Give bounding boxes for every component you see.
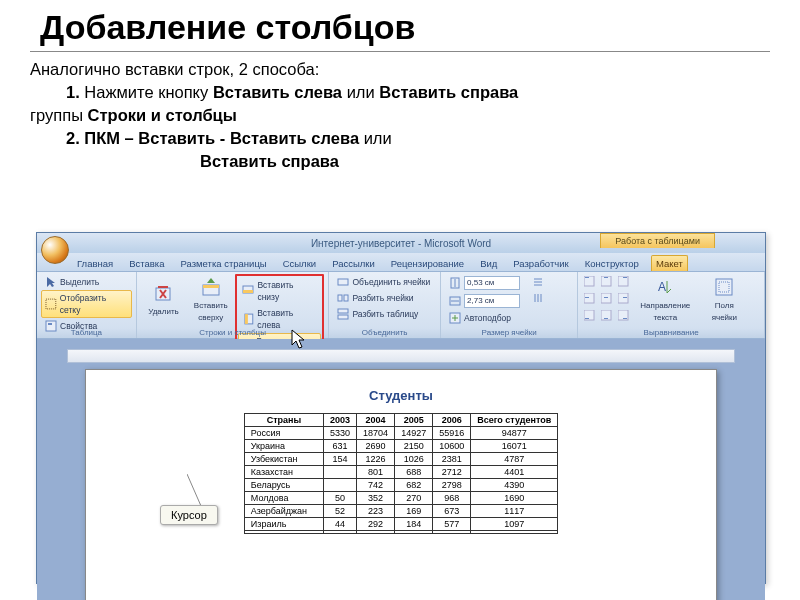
- table-cell[interactable]: 682: [395, 479, 433, 492]
- align-ml-icon[interactable]: [582, 291, 598, 307]
- table-cell[interactable]: 577: [433, 518, 471, 531]
- table-cell[interactable]: Узбекистан: [244, 453, 323, 466]
- table-cell[interactable]: 4401: [471, 466, 558, 479]
- table-cell[interactable]: 16071: [471, 440, 558, 453]
- table-cell[interactable]: 801: [357, 466, 395, 479]
- height-value[interactable]: 0,53 см: [464, 276, 520, 290]
- table-cell[interactable]: [324, 479, 357, 492]
- table-cell[interactable]: 1690: [471, 492, 558, 505]
- tab-insert[interactable]: Вставка: [125, 256, 168, 271]
- merge-cells-button[interactable]: Объединить ячейки: [333, 274, 434, 290]
- tab-mail[interactable]: Рассылки: [328, 256, 379, 271]
- table-cell[interactable]: 352: [357, 492, 395, 505]
- table-cell[interactable]: 14927: [395, 427, 433, 440]
- table-cell[interactable]: 18704: [357, 427, 395, 440]
- table-row[interactable]: Израиль442921845771097: [244, 518, 557, 531]
- table-cell[interactable]: 2798: [433, 479, 471, 492]
- tab-dev[interactable]: Разработчик: [509, 256, 572, 271]
- table-cell[interactable]: [433, 531, 471, 534]
- table-row[interactable]: Украина631269021501060016071: [244, 440, 557, 453]
- table-cell[interactable]: [324, 466, 357, 479]
- table-header[interactable]: Страны: [244, 414, 323, 427]
- table-cell[interactable]: 44: [324, 518, 357, 531]
- select-button[interactable]: Выделить: [41, 274, 132, 290]
- table-row[interactable]: [244, 531, 557, 534]
- table-cell[interactable]: 55916: [433, 427, 471, 440]
- tab-table-layout[interactable]: Макет: [651, 255, 688, 271]
- ruler[interactable]: [67, 349, 735, 363]
- table-cell[interactable]: Казахстан: [244, 466, 323, 479]
- align-mr-icon[interactable]: [616, 291, 632, 307]
- table-header[interactable]: 2006: [433, 414, 471, 427]
- align-bl-icon[interactable]: [582, 308, 598, 324]
- table-cell[interactable]: 1226: [357, 453, 395, 466]
- table-row[interactable]: Азербайджан522231696731117: [244, 505, 557, 518]
- cell-margins-button[interactable]: Поля ячейки: [698, 274, 750, 326]
- autofit-button[interactable]: Автоподбор: [445, 310, 524, 326]
- table-cell[interactable]: Азербайджан: [244, 505, 323, 518]
- table-cell[interactable]: Украина: [244, 440, 323, 453]
- distribute-rows-icon[interactable]: [528, 274, 548, 290]
- table-cell[interactable]: 673: [433, 505, 471, 518]
- table-cell[interactable]: [395, 531, 433, 534]
- table-cell[interactable]: 1026: [395, 453, 433, 466]
- table-cell[interactable]: [357, 531, 395, 534]
- tab-review[interactable]: Рецензирование: [387, 256, 468, 271]
- align-bc-icon[interactable]: [599, 308, 615, 324]
- table-cell[interactable]: 4390: [471, 479, 558, 492]
- document-area[interactable]: Студенты Страны2003200420052006Всего сту…: [37, 339, 765, 600]
- split-cells-button[interactable]: Разбить ячейки: [333, 290, 434, 306]
- table-cell[interactable]: Россия: [244, 427, 323, 440]
- table-cell[interactable]: 1117: [471, 505, 558, 518]
- table-header[interactable]: Всего студентов: [471, 414, 558, 427]
- students-table[interactable]: Страны2003200420052006Всего студентов Ро…: [244, 413, 558, 534]
- width-value[interactable]: 2,73 см: [464, 294, 520, 308]
- table-cell[interactable]: Израиль: [244, 518, 323, 531]
- table-row[interactable]: Узбекистан1541226102623814787: [244, 453, 557, 466]
- table-cell[interactable]: 184: [395, 518, 433, 531]
- tab-home[interactable]: Главная: [73, 256, 117, 271]
- table-cell[interactable]: 2690: [357, 440, 395, 453]
- align-br-icon[interactable]: [616, 308, 632, 324]
- table-cell[interactable]: 169: [395, 505, 433, 518]
- align-mc-icon[interactable]: [599, 291, 615, 307]
- table-cell[interactable]: 742: [357, 479, 395, 492]
- table-cell[interactable]: 292: [357, 518, 395, 531]
- table-cell[interactable]: 154: [324, 453, 357, 466]
- delete-button[interactable]: Удалить: [141, 274, 186, 326]
- insert-above-button[interactable]: Вставить сверху: [188, 274, 233, 326]
- tab-refs[interactable]: Ссылки: [279, 256, 320, 271]
- table-row[interactable]: Беларусь74268227984390: [244, 479, 557, 492]
- table-header[interactable]: 2005: [395, 414, 433, 427]
- table-cell[interactable]: 10600: [433, 440, 471, 453]
- table-row[interactable]: Россия533018704149275591694877: [244, 427, 557, 440]
- table-cell[interactable]: 223: [357, 505, 395, 518]
- table-cell[interactable]: 94877: [471, 427, 558, 440]
- row-height[interactable]: 0,53 см: [445, 274, 524, 292]
- page[interactable]: Студенты Страны2003200420052006Всего сту…: [85, 369, 717, 600]
- table-row[interactable]: Казахстан80168827124401: [244, 466, 557, 479]
- table-cell[interactable]: 688: [395, 466, 433, 479]
- align-tr-icon[interactable]: [616, 274, 632, 290]
- table-cell[interactable]: 52: [324, 505, 357, 518]
- table-cell[interactable]: [471, 531, 558, 534]
- table-cell[interactable]: 2150: [395, 440, 433, 453]
- table-cell[interactable]: 270: [395, 492, 433, 505]
- col-width[interactable]: 2,73 см: [445, 292, 524, 310]
- table-cell[interactable]: 5330: [324, 427, 357, 440]
- tab-view[interactable]: Вид: [476, 256, 501, 271]
- insert-below-button[interactable]: Вставить снизу: [238, 277, 321, 305]
- office-button[interactable]: [41, 236, 69, 264]
- split-table-button[interactable]: Разбить таблицу: [333, 306, 434, 322]
- table-cell[interactable]: [324, 531, 357, 534]
- table-header[interactable]: 2004: [357, 414, 395, 427]
- align-tl-icon[interactable]: [582, 274, 598, 290]
- show-grid-button[interactable]: Отобразить сетку: [41, 290, 132, 318]
- table-row[interactable]: Молдова503522709681690: [244, 492, 557, 505]
- table-cell[interactable]: 4787: [471, 453, 558, 466]
- tab-layout[interactable]: Разметка страницы: [176, 256, 270, 271]
- text-direction-button[interactable]: A Направление текста: [634, 274, 696, 326]
- tab-design[interactable]: Конструктор: [581, 256, 643, 271]
- table-cell[interactable]: Беларусь: [244, 479, 323, 492]
- align-tc-icon[interactable]: [599, 274, 615, 290]
